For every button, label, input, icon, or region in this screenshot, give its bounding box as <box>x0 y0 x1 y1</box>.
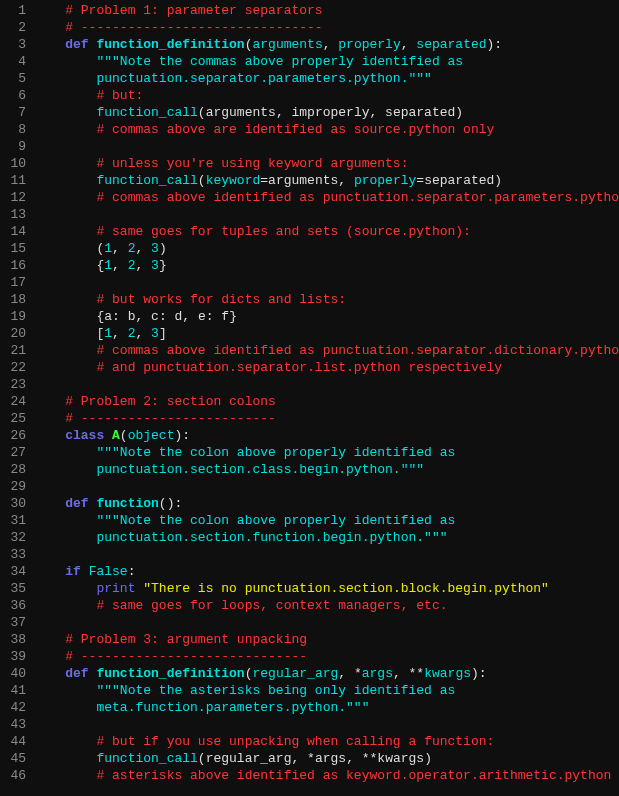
line-number: 27 <box>0 444 26 461</box>
token-whitespace <box>34 190 96 205</box>
token-paren: ( <box>198 105 206 120</box>
token-whitespace <box>34 394 65 409</box>
token-whitespace <box>34 751 96 766</box>
token-whitespace <box>34 666 65 681</box>
token-punct: : <box>159 309 175 324</box>
code-line[interactable]: """Note the asterisks being only identif… <box>34 682 619 699</box>
token-funcname: function <box>96 496 158 511</box>
code-line[interactable]: # asterisks above identified as keyword.… <box>34 767 619 784</box>
code-line[interactable]: function_call(arguments, improperly, sep… <box>34 104 619 121</box>
line-number: 38 <box>0 631 26 648</box>
token-keyword: def <box>65 496 96 511</box>
code-line[interactable]: """Note the colon above properly identif… <box>34 512 619 529</box>
line-number: 33 <box>0 546 26 563</box>
code-line[interactable]: punctuation.section.class.begin.python."… <box>34 461 619 478</box>
token-ident: improperly <box>291 105 369 120</box>
token-num: 1 <box>104 326 112 341</box>
token-paren: ) <box>424 751 432 766</box>
code-line[interactable]: def function(): <box>34 495 619 512</box>
code-line[interactable]: # but works for dicts and lists: <box>34 291 619 308</box>
code-line[interactable]: [1, 2, 3] <box>34 325 619 342</box>
code-line[interactable]: if False: <box>34 563 619 580</box>
code-line[interactable]: # and punctuation.separator.list.python … <box>34 359 619 376</box>
code-line[interactable]: function_call(regular_arg, *args, **kwar… <box>34 750 619 767</box>
code-line[interactable]: """Note the commas above properly identi… <box>34 53 619 70</box>
code-line[interactable]: # commas above are identified as source.… <box>34 121 619 138</box>
token-ident: separated <box>424 173 494 188</box>
code-line[interactable]: # same goes for loops, context managers,… <box>34 597 619 614</box>
code-line[interactable]: class A(object): <box>34 427 619 444</box>
line-number: 44 <box>0 733 26 750</box>
token-paren: } <box>159 258 167 273</box>
code-line[interactable]: def function_definition(regular_arg, *ar… <box>34 665 619 682</box>
code-line[interactable]: # commas above identified as punctuation… <box>34 189 619 206</box>
code-line[interactable]: (1, 2, 3) <box>34 240 619 257</box>
token-num: 3 <box>151 258 159 273</box>
token-builtin: False <box>89 564 128 579</box>
token-punct: , <box>338 173 354 188</box>
code-line[interactable]: # Problem 3: argument unpacking <box>34 631 619 648</box>
token-punct: ** <box>362 751 378 766</box>
line-number: 20 <box>0 325 26 342</box>
code-line[interactable]: """Note the colon above properly identif… <box>34 444 619 461</box>
token-whitespace <box>34 496 65 511</box>
code-line[interactable]: # ----------------------------- <box>34 648 619 665</box>
code-line[interactable]: function_call(keyword=arguments, properl… <box>34 172 619 189</box>
token-whitespace <box>34 598 96 613</box>
line-number: 1 <box>0 2 26 19</box>
token-whitespace <box>34 173 96 188</box>
token-string: """Note the asterisks being only identif… <box>96 683 455 698</box>
code-line[interactable]: {1, 2, 3} <box>34 257 619 274</box>
line-number: 36 <box>0 597 26 614</box>
token-ident: e <box>198 309 206 324</box>
token-comment: # Problem 3: argument unpacking <box>65 632 307 647</box>
token-param: kwargs <box>424 666 471 681</box>
code-line[interactable]: def function_definition(arguments, prope… <box>34 36 619 53</box>
code-line[interactable]: punctuation.separator.parameters.python.… <box>34 70 619 87</box>
code-line[interactable]: # Problem 2: section colons <box>34 393 619 410</box>
token-whitespace <box>34 309 96 324</box>
code-line[interactable] <box>34 478 619 495</box>
code-editor[interactable]: 1234567891011121314151617181920212223242… <box>0 0 619 784</box>
code-line[interactable]: print "There is no punctuation.section.b… <box>34 580 619 597</box>
token-comment: # same goes for loops, context managers,… <box>96 598 447 613</box>
token-num: 3 <box>151 326 159 341</box>
token-num: 3 <box>151 241 159 256</box>
code-line[interactable]: meta.function.parameters.python.""" <box>34 699 619 716</box>
token-whitespace <box>34 105 96 120</box>
code-line[interactable] <box>34 138 619 155</box>
token-paren: ) <box>494 173 502 188</box>
code-line[interactable] <box>34 614 619 631</box>
code-line[interactable]: {a: b, c: d, e: f} <box>34 308 619 325</box>
token-punct: , <box>323 37 339 52</box>
token-param: separated <box>416 37 486 52</box>
token-param: keyword <box>206 173 261 188</box>
code-line[interactable] <box>34 376 619 393</box>
code-line[interactable] <box>34 546 619 563</box>
code-line[interactable]: # same goes for tuples and sets (source.… <box>34 223 619 240</box>
code-line[interactable]: # Problem 1: parameter separators <box>34 2 619 19</box>
line-number: 2 <box>0 19 26 36</box>
token-param: arguments <box>252 37 322 52</box>
code-line[interactable]: punctuation.section.function.begin.pytho… <box>34 529 619 546</box>
token-comment: # but: <box>96 88 143 103</box>
code-line[interactable]: # commas above identified as punctuation… <box>34 342 619 359</box>
code-line[interactable]: # unless you're using keyword arguments: <box>34 155 619 172</box>
code-line[interactable]: # but: <box>34 87 619 104</box>
token-param: properly <box>338 37 400 52</box>
token-whitespace <box>34 428 65 443</box>
code-line[interactable] <box>34 716 619 733</box>
token-funcname: function_definition <box>96 37 244 52</box>
code-line[interactable] <box>34 274 619 291</box>
token-call: function_call <box>96 751 197 766</box>
token-stringy: "There is no punctuation.section.block.b… <box>143 581 549 596</box>
code-line[interactable]: # but if you use unpacking when calling … <box>34 733 619 750</box>
code-line[interactable]: # ------------------------------- <box>34 19 619 36</box>
code-line[interactable]: # ------------------------- <box>34 410 619 427</box>
token-ident: f <box>221 309 229 324</box>
token-punct: , <box>135 309 151 324</box>
code-area[interactable]: # Problem 1: parameter separators # ----… <box>34 2 619 784</box>
token-punct: : <box>206 309 222 324</box>
token-whitespace <box>34 241 96 256</box>
code-line[interactable] <box>34 206 619 223</box>
